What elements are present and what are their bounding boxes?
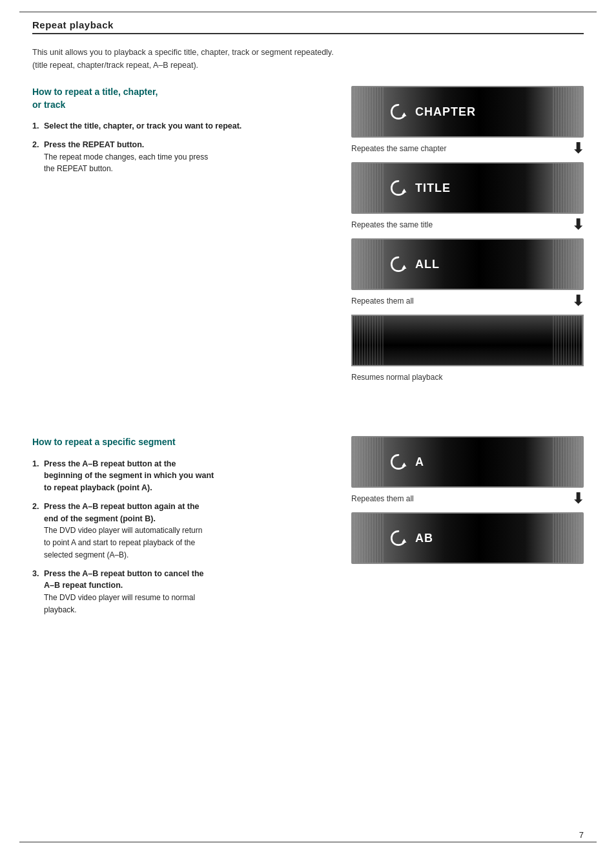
segment-section: How to repeat a specific segment 1. Pres… [32, 436, 584, 623]
screen-title-wrapper: TITLE [351, 162, 584, 214]
section-divider [32, 410, 584, 430]
repeat-title-heading: How to repeat a title, chapter,or track [32, 86, 332, 111]
seg-step-1: 1. Press the A–B repeat button at thebeg… [32, 458, 332, 494]
caption-all: Repeates them all ⬇ [351, 294, 584, 308]
screen-a-wrapper: A [351, 436, 584, 488]
repeat-icon-a [388, 452, 409, 472]
screen-ab: AB [351, 512, 584, 564]
caption-title: Repeates the same title ⬇ [351, 218, 584, 232]
seg-step-content-1: Press the A–B repeat button at thebeginn… [44, 458, 214, 494]
svg-marker-2 [402, 265, 406, 269]
screen-all: ALL [351, 238, 584, 290]
left-col-repeat: How to repeat a title, chapter,or track … [32, 86, 332, 391]
seg-step-title-2: Press the A–B repeat button again at the… [44, 502, 200, 523]
seg-step-detail-2: The DVD video player will automatically … [44, 526, 202, 559]
step-content-2: Press the REPEAT button. The repeat mode… [44, 139, 208, 175]
screen-normal [351, 315, 584, 366]
screen-chapter: CHAPTER [351, 86, 584, 138]
screen-chapter-wrapper: CHAPTER [351, 86, 584, 138]
step-title-2: Press the REPEAT button. [44, 140, 144, 149]
screen-chapter-label: CHAPTER [388, 101, 476, 122]
left-col-segment: How to repeat a specific segment 1. Pres… [32, 436, 332, 623]
repeat-icon-chapter [388, 101, 409, 122]
step-2-repeat: 2. Press the REPEAT button. The repeat m… [32, 139, 332, 175]
right-col-repeat: CHAPTER Repeates the same chapter ⬇ TITL… [351, 86, 584, 391]
seg-step-content-3: Press the A–B repeat button to cancel th… [44, 568, 204, 616]
right-col-segment: A Repeates them all ⬇ AB [351, 436, 584, 623]
step-num-1: 1. [32, 120, 41, 132]
screen-ab-label: AB [388, 528, 433, 548]
caption-a: Repeates them all ⬇ [351, 492, 584, 506]
screen-ab-wrapper: AB [351, 512, 584, 564]
svg-marker-3 [402, 463, 406, 466]
segment-heading: How to repeat a specific segment [32, 436, 332, 449]
caption-a-text: Repeates them all [351, 494, 414, 503]
seg-step-num-1: 1. [32, 458, 41, 494]
screen-all-label: ALL [388, 254, 440, 275]
step-detail-2: The repeat mode changes, each time you p… [44, 152, 208, 174]
caption-chapter-text: Repeates the same chapter [351, 144, 446, 153]
step-1-repeat: 1. Select the title, chapter, or track y… [32, 120, 332, 132]
caption-all-text: Repeates them all [351, 297, 414, 306]
page-number: 7 [579, 830, 584, 840]
caption-normal-text: Resumes normal playback [351, 373, 442, 382]
repeat-icon-title [388, 178, 409, 198]
screen-title-label: TITLE [388, 178, 451, 198]
caption-normal: Resumes normal playback ⬇ [351, 370, 584, 384]
step-content-1: Select the title, chapter, or track you … [44, 120, 241, 132]
repeat-icon-all [388, 254, 409, 275]
page-border-bottom [19, 842, 597, 842]
svg-marker-1 [402, 189, 406, 193]
caption-chapter: Repeates the same chapter ⬇ [351, 141, 584, 156]
page-border-top [19, 12, 597, 12]
down-arrow-a: ⬇ [572, 492, 584, 506]
seg-step-2: 2. Press the A–B repeat button again at … [32, 501, 332, 561]
svg-marker-0 [402, 112, 406, 116]
svg-marker-4 [402, 539, 406, 543]
screen-a-label: A [388, 452, 424, 472]
seg-step-detail-3: The DVD video player will resume to norm… [44, 593, 195, 614]
screen-all-wrapper: ALL [351, 238, 584, 290]
caption-title-text: Repeates the same title [351, 220, 433, 229]
seg-step-content-2: Press the A–B repeat button again at the… [44, 501, 202, 561]
repeat-title-section: How to repeat a title, chapter,or track … [32, 86, 584, 391]
step-num-2: 2. [32, 139, 41, 175]
seg-step-title-3: Press the A–B repeat button to cancel th… [44, 569, 204, 590]
seg-step-num-3: 3. [32, 568, 41, 616]
seg-step-title-1: Press the A–B repeat button at thebeginn… [44, 459, 214, 493]
screen-title: TITLE [351, 162, 584, 214]
intro-text: This unit allows you to playback a speci… [32, 46, 584, 72]
down-arrow-all: ⬇ [572, 294, 584, 308]
step-title-1: Select the title, chapter, or track you … [44, 121, 241, 130]
screen-normal-wrapper [351, 315, 584, 366]
section-title: Repeat playback [32, 19, 584, 34]
down-arrow-chapter: ⬇ [572, 141, 584, 156]
screen-a: A [351, 436, 584, 488]
seg-step-3: 3. Press the A–B repeat button to cancel… [32, 568, 332, 616]
down-arrow-title: ⬇ [572, 218, 584, 232]
repeat-icon-ab [388, 528, 409, 548]
seg-step-num-2: 2. [32, 501, 41, 561]
